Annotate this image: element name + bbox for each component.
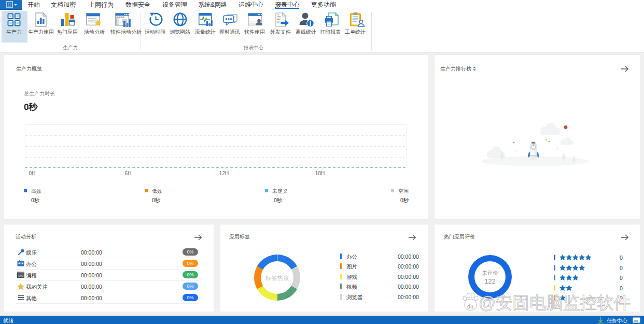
svg-text:du: du <box>467 303 473 309</box>
